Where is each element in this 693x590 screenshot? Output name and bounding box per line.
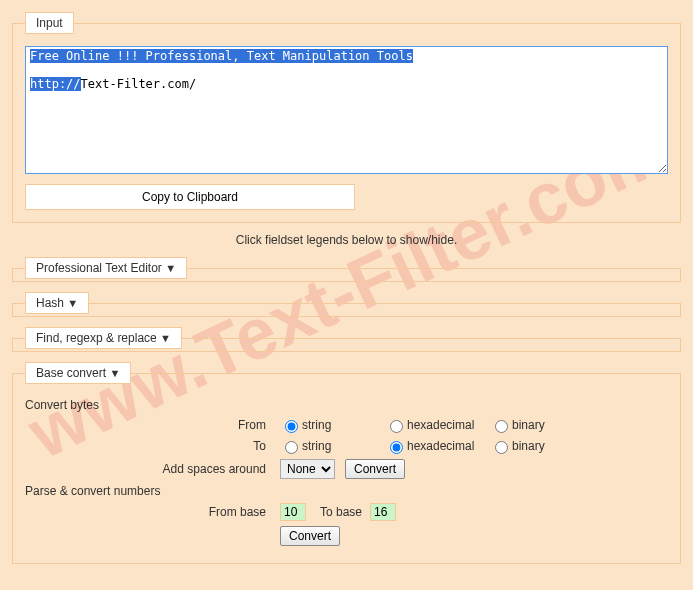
to-string-radio[interactable]	[285, 441, 298, 454]
from-string-option[interactable]: string	[280, 417, 385, 433]
from-label: From	[25, 418, 280, 432]
from-binary-label: binary	[512, 418, 545, 432]
convert-numbers-row: Convert	[25, 526, 668, 546]
convert-numbers-button[interactable]: Convert	[280, 526, 340, 546]
find-legend-label: Find, regexp & replace	[36, 331, 157, 345]
add-spaces-label: Add spaces around	[25, 462, 280, 476]
base-convert-legend-label: Base convert	[36, 366, 106, 380]
from-row: From string hexadecimal binary	[25, 417, 668, 433]
to-string-label: string	[302, 439, 331, 453]
input-line2-hl: http://	[30, 77, 81, 91]
to-hex-radio[interactable]	[390, 441, 403, 454]
base-convert-fieldset: Base convert ▼ Convert bytes From string…	[12, 362, 681, 564]
spaces-row: Add spaces around None Convert	[25, 459, 668, 479]
editor-legend-label: Professional Text Editor	[36, 261, 162, 275]
from-base-input[interactable]	[280, 503, 306, 521]
input-textarea[interactable]: Free Online !!! Professional, Text Manip…	[25, 46, 668, 174]
parse-numbers-heading: Parse & convert numbers	[25, 484, 668, 498]
chevron-down-icon: ▼	[165, 262, 176, 274]
to-binary-label: binary	[512, 439, 545, 453]
from-hex-option[interactable]: hexadecimal	[385, 417, 490, 433]
chevron-down-icon: ▼	[109, 367, 120, 379]
to-hex-option[interactable]: hexadecimal	[385, 438, 490, 454]
convert-bytes-button[interactable]: Convert	[345, 459, 405, 479]
input-line2-rest: Text-Filter.com/	[81, 77, 197, 91]
base-convert-legend[interactable]: Base convert ▼	[25, 362, 131, 384]
convert-bytes-heading: Convert bytes	[25, 398, 668, 412]
to-base-label: To base	[320, 505, 362, 519]
hash-fieldset: Hash ▼	[12, 292, 681, 317]
editor-legend[interactable]: Professional Text Editor ▼	[25, 257, 187, 279]
from-binary-radio[interactable]	[495, 420, 508, 433]
toggle-hint: Click fieldset legends below to show/hid…	[12, 233, 681, 247]
find-legend[interactable]: Find, regexp & replace ▼	[25, 327, 182, 349]
from-hex-label: hexadecimal	[407, 418, 474, 432]
to-binary-radio[interactable]	[495, 441, 508, 454]
hash-legend[interactable]: Hash ▼	[25, 292, 89, 314]
to-base-input[interactable]	[370, 503, 396, 521]
editor-fieldset: Professional Text Editor ▼	[12, 257, 681, 282]
from-string-label: string	[302, 418, 331, 432]
to-binary-option[interactable]: binary	[490, 438, 595, 454]
input-line1: Free Online !!! Professional, Text Manip…	[30, 49, 413, 63]
hash-legend-label: Hash	[36, 296, 64, 310]
to-row: To string hexadecimal binary	[25, 438, 668, 454]
base-row: From base To base	[25, 503, 668, 521]
chevron-down-icon: ▼	[67, 297, 78, 309]
copy-to-clipboard-button[interactable]: Copy to Clipboard	[25, 184, 355, 210]
add-spaces-select[interactable]: None	[280, 459, 335, 479]
input-fieldset: Input Free Online !!! Professional, Text…	[12, 12, 681, 223]
chevron-down-icon: ▼	[160, 332, 171, 344]
find-fieldset: Find, regexp & replace ▼	[12, 327, 681, 352]
input-legend: Input	[25, 12, 74, 34]
to-hex-label: hexadecimal	[407, 439, 474, 453]
from-string-radio[interactable]	[285, 420, 298, 433]
to-label: To	[25, 439, 280, 453]
from-hex-radio[interactable]	[390, 420, 403, 433]
from-binary-option[interactable]: binary	[490, 417, 595, 433]
from-base-label: From base	[25, 505, 280, 519]
to-string-option[interactable]: string	[280, 438, 385, 454]
